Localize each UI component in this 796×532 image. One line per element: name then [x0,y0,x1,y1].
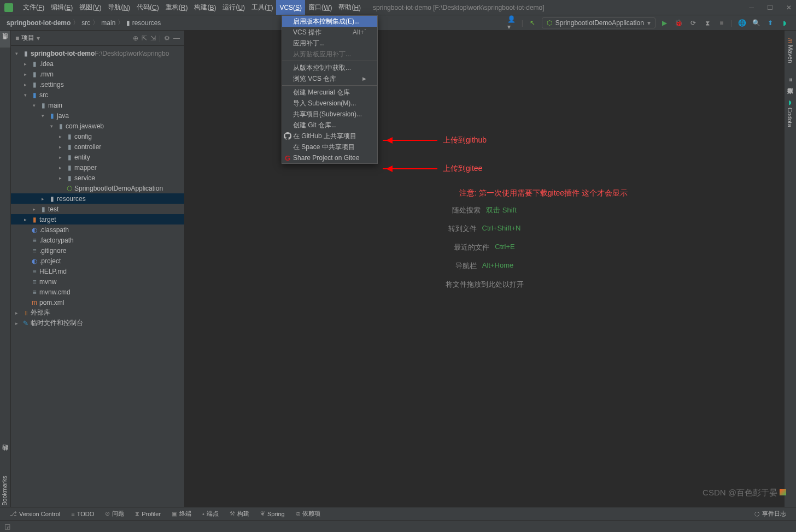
run-configuration[interactable]: ⬡ SpringbootIotDemoApplication ▾ [542,17,655,28]
search-icon[interactable]: 🔍 [751,18,761,28]
tree-row[interactable]: ▾▮src [11,90,184,100]
tree-row[interactable]: ▸⫴外部库 [11,308,184,318]
user-icon[interactable]: 👤▾ [507,18,517,28]
folder-icon: ▮ [56,122,66,130]
collapse-all-icon[interactable]: ⇲ [150,34,156,42]
bottom-icon[interactable]: ◲ [4,523,10,530]
menu-row[interactable]: 创建 Git 仓库... [282,120,377,131]
menu-row[interactable]: 导入 Subversion(M)... [282,98,377,109]
crumb[interactable]: springboot-iot-demo [7,19,71,27]
menu-row[interactable]: 浏览 VCS 仓库▶ [282,73,377,84]
menu-item-0[interactable]: 文件(F) [20,0,48,15]
tree-row[interactable]: ⬡SpringbootIotDemoApplication [11,183,184,193]
menu-item-9[interactable]: VCS(S) [276,0,305,15]
tree-row[interactable]: ≡.factorypath [11,235,184,245]
update-icon[interactable]: ⬆ [765,18,775,28]
tree-row[interactable]: ▸▮entity [11,152,184,162]
tree-label: 临时文件和控制台 [31,318,83,328]
tree-row[interactable]: ▸▮.settings [11,79,184,90]
menu-item-7[interactable]: 运行(U) [219,0,248,15]
codota-icon[interactable]: ◗ [780,18,789,28]
close-button[interactable]: ✕ [786,4,792,11]
hide-icon[interactable]: — [173,34,180,42]
crumb[interactable]: ▮ resources [126,19,161,27]
tree-row[interactable]: ≡mvnw.cmd [11,287,184,297]
coverage-icon[interactable]: ⟳ [688,18,698,28]
tree-row[interactable]: ▾▮java [11,110,184,121]
gutter-codota[interactable]: ◗ Codota [786,94,795,132]
tree-row[interactable]: ◐.classpath [11,224,184,235]
gear-icon[interactable]: ⚙ [164,34,170,42]
tree-row[interactable]: ▾▮springboot-iot-demo F:\Desktop\work\sp… [11,48,184,58]
menu-row[interactable]: 应用补丁... [282,38,377,49]
statusbar-item[interactable]: •端点 [197,510,224,518]
statusbar-item[interactable]: ⚒构建 [224,510,255,518]
statusbar-item[interactable]: ❦Spring [255,510,290,517]
menu-item-3[interactable]: 导航(N) [104,0,133,15]
menu-item-1[interactable]: 编辑(E) [48,0,76,15]
statusbar-events[interactable]: ◌事件日志 [749,510,792,518]
tree-row[interactable]: ▸▮mapper [11,162,184,173]
tree-row[interactable]: ◐.project [11,256,184,266]
tree-row[interactable]: ▸▮.mvn [11,69,184,79]
tree-row[interactable]: ≡HELP.md [11,266,184,276]
tree-label: target [39,216,56,223]
menu-item-5[interactable]: 重构(R) [162,0,191,15]
tree-row[interactable]: ≡mvnw [11,276,184,287]
menu-row[interactable]: GShare Project on Gitee [282,152,377,163]
minimize-button[interactable]: ─ [749,4,754,11]
menu-item-4[interactable]: 代码(C) [133,0,162,15]
menu-row[interactable]: 共享项目(Subversion)... [282,109,377,120]
tree-row[interactable]: ▾▮main [11,100,184,110]
statusbar-item[interactable]: ▣终端 [166,510,197,518]
crumb[interactable]: main [101,19,115,27]
menu-row[interactable]: VCS 操作Alt+` [282,27,377,38]
tree-row[interactable]: ▸▮controller [11,141,184,152]
maximize-button[interactable]: ☐ [767,4,773,11]
statusbar-item[interactable]: ⧉依赖项 [290,510,326,518]
bottom-bar: ◲ [0,520,796,532]
menu-item-8[interactable]: 工具(T) [248,0,276,15]
run-icon[interactable]: ▶ [660,18,670,28]
translate-icon[interactable]: 🌐 [737,18,747,28]
gutter-project[interactable]: 项目 ■ [0,31,10,48]
menu-row[interactable]: 启用版本控制集成(E)... [282,16,377,27]
stop-icon[interactable]: ■ [717,18,727,28]
statusbar-item[interactable]: ⎇Version Control [4,510,66,517]
tree-row[interactable]: ▸▮target [11,214,184,224]
tree-row[interactable]: ≡.gitignore [11,245,184,256]
profile-icon[interactable]: ⧗ [703,18,712,28]
tree-label: resources [57,195,86,203]
gutter-bookmarks[interactable]: Bookmarks [1,476,8,506]
cmd-icon: ≡ [30,288,39,296]
menu-row[interactable]: 创建 Mercurial 仓库 [282,87,377,98]
menu-row[interactable]: 在 Space 中共享项目 [282,141,377,152]
menu-row[interactable]: 在 GitHub 上共享项目 [282,131,377,141]
menu-row[interactable]: 从版本控制中获取... [282,62,377,73]
menu-item-10[interactable]: 窗口(W) [305,0,335,15]
tree-row[interactable]: ▸▮resources [11,193,184,204]
tree-row[interactable]: ▸✎临时文件和控制台 [11,318,184,328]
gutter-maven[interactable]: m Maven [786,34,795,67]
crumb[interactable]: src [81,19,90,27]
run-config-label: SpringbootIotDemoApplication [555,19,644,27]
tree-row[interactable]: ▸▮test [11,204,184,214]
tree-row[interactable]: ▸▮.idea [11,58,184,69]
tree-row[interactable]: ▸▮service [11,173,184,183]
gutter-database[interactable]: ≡ 数据库 [785,74,795,87]
menu-item-2[interactable]: 视图(V) [76,0,104,15]
expand-all-icon[interactable]: ⇱ [142,34,147,42]
select-opened-icon[interactable]: ⊕ [133,34,138,42]
project-tree[interactable]: ▾▮springboot-iot-demo F:\Desktop\work\sp… [11,46,184,330]
hammer-icon[interactable]: ↖ [528,18,537,28]
statusbar-item[interactable]: ⊘问题 [99,510,130,518]
maven-icon: m [30,299,39,306]
debug-icon[interactable]: 🐞 [674,18,684,28]
statusbar-item[interactable]: ≡TODO [66,511,99,517]
statusbar-item[interactable]: ⧗Profiler [130,510,166,517]
menu-item-6[interactable]: 构建(B) [191,0,219,15]
menu-item-11[interactable]: 帮助(H) [335,0,364,15]
tree-row[interactable]: mpom.xml [11,297,184,308]
tree-row[interactable]: ▸▮config [11,131,184,141]
tree-row[interactable]: ▾▮com.javaweb [11,121,184,131]
